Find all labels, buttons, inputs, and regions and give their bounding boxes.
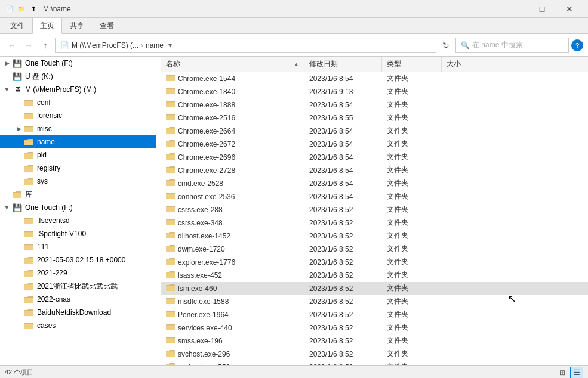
- sidebar-item-cases[interactable]: cases: [0, 319, 156, 332]
- sidebar-item-registry[interactable]: registry: [0, 162, 156, 175]
- table-row[interactable]: smss.exe-1962023/1/6 8:52文件夹: [161, 334, 588, 348]
- sidebar-item-comp2021[interactable]: 2021浙江省比武比武比武: [0, 280, 156, 293]
- table-row[interactable]: Chrome.exe-18882023/1/6 8:54文件夹: [161, 98, 588, 111]
- sidebar-item-memproc-m[interactable]: ▶🖥M (\\MemProcFS) (M:): [0, 83, 156, 96]
- file-cell-size: [442, 177, 501, 190]
- table-row[interactable]: services.exe-4402023/1/6 8:52文件夹: [161, 321, 588, 334]
- minimize-button[interactable]: —: [501, 0, 528, 18]
- path-drive: M (\\MemProcFS) (...: [72, 41, 138, 49]
- sidebar-item-one-touch-f[interactable]: ▶💾One Touch (F:): [0, 57, 156, 70]
- refresh-button[interactable]: ↻: [439, 38, 453, 52]
- file-cell-size: [442, 308, 501, 321]
- svg-rect-88: [166, 312, 175, 317]
- folder-icon: [24, 110, 35, 121]
- file-cell-name: csrss.exe-288: [161, 203, 304, 216]
- col-header-size[interactable]: 大小: [442, 57, 501, 72]
- sidebar-item-fseventsd[interactable]: .fseventsd: [0, 214, 156, 227]
- table-row[interactable]: Chrome.exe-26962023/1/6 8:54文件夹: [161, 151, 588, 164]
- file-name: Chrome.exe-1840: [178, 88, 235, 96]
- tab-home[interactable]: 主页: [32, 18, 62, 34]
- sidebar-item-spotlight[interactable]: .Spotlight-V100: [0, 227, 156, 240]
- sidebar-item-forensic[interactable]: forensic: [0, 109, 156, 122]
- sidebar-item-library[interactable]: 库: [0, 188, 156, 201]
- sidebar-item-baidu[interactable]: BaiduNetdiskDownload: [0, 306, 156, 319]
- search-icon: 🔍: [461, 41, 470, 49]
- table-row[interactable]: csrss.exe-2882023/1/6 8:52文件夹: [161, 203, 588, 216]
- table-row[interactable]: svchost.exe-2962023/1/6 8:52文件夹: [161, 348, 588, 361]
- forward-button[interactable]: →: [21, 38, 36, 52]
- file-name: Poner.exe-1964: [178, 311, 229, 319]
- grid-view-button[interactable]: ⊞: [556, 367, 569, 379]
- sidebar-item-misc[interactable]: ▶misc: [0, 122, 156, 135]
- table-row[interactable]: Poner.exe-19642023/1/6 8:52文件夹: [161, 308, 588, 321]
- file-cell-size: [442, 243, 501, 255]
- sidebar-item-year2022[interactable]: 2022-cnas: [0, 293, 156, 306]
- file-name: lsass.exe-452: [178, 271, 222, 280]
- path-dropdown[interactable]: ▾: [168, 41, 172, 49]
- table-row[interactable]: dwm.exe-17202023/1/6 8:52文件夹: [161, 243, 588, 256]
- col-header-name[interactable]: 名称 ▲: [161, 57, 304, 72]
- table-row[interactable]: cmd.exe-25282023/1/6 8:54文件夹: [161, 177, 588, 190]
- svg-rect-41: [24, 285, 33, 290]
- col-header-type[interactable]: 类型: [382, 57, 442, 72]
- table-row[interactable]: explorer.exe-17762023/1/6 8:52文件夹: [161, 256, 588, 269]
- table-row[interactable]: msdtc.exe-15882023/1/6 8:52文件夹: [161, 295, 588, 308]
- sidebar-item-date2021[interactable]: 2021-05-03 02 15 18 +0000: [0, 253, 156, 267]
- sidebar-item-label: 库: [25, 190, 32, 200]
- table-row[interactable]: conhost.exe-25362023/1/6 8:54文件夹: [161, 190, 588, 203]
- sidebar-item-conf[interactable]: conf: [0, 96, 156, 109]
- tab-file[interactable]: 文件: [2, 18, 32, 33]
- table-row[interactable]: Chrome.exe-27282023/1/6 8:54文件夹: [161, 164, 588, 177]
- folder-icon: [166, 152, 176, 162]
- sidebar-item-name[interactable]: name: [0, 135, 156, 148]
- tab-share[interactable]: 共享: [62, 18, 92, 33]
- maximize-button[interactable]: □: [528, 0, 556, 18]
- title-controls: — □ ✕: [501, 0, 583, 18]
- expand-arrow: [14, 137, 24, 147]
- sidebar-item-sys[interactable]: sys: [0, 175, 156, 188]
- file-name: Chrome.exe-1888: [178, 101, 235, 109]
- file-name: msdtc.exe-1588: [178, 298, 229, 306]
- search-box[interactable]: 🔍 在 name 中搜索: [455, 38, 569, 53]
- file-cell-type: 文件夹: [382, 98, 442, 111]
- help-button[interactable]: ?: [571, 39, 583, 51]
- sidebar-item-year2021[interactable]: 2021-229: [0, 267, 156, 280]
- file-cell-type: 文件夹: [382, 282, 442, 295]
- up-button[interactable]: ↑: [38, 38, 53, 52]
- table-row[interactable]: Chrome.exe-18402023/1/6 9:13文件夹: [161, 85, 588, 98]
- svg-rect-44: [24, 298, 33, 303]
- expand-arrow: [14, 308, 24, 317]
- table-row[interactable]: svchost.exe-5562023/1/6 8:52文件夹: [161, 361, 588, 365]
- file-name: explorer.exe-1776: [178, 258, 235, 267]
- close-button[interactable]: ✕: [556, 0, 583, 18]
- file-cell-name: msdtc.exe-1588: [161, 295, 304, 308]
- sidebar-item-pid[interactable]: pid: [0, 148, 156, 162]
- expand-arrow: ▶: [2, 58, 12, 68]
- file-cell-date: 2023/1/6 8:54: [304, 151, 382, 163]
- sidebar-item-folder111[interactable]: 111: [0, 240, 156, 253]
- sidebar-item-label: 2022-cnas: [37, 295, 70, 303]
- file-name: csrss.exe-288: [178, 206, 223, 214]
- table-row[interactable]: Chrome.exe-26642023/1/6 8:54文件夹: [161, 125, 588, 138]
- sidebar-item-label: forensic: [37, 111, 62, 120]
- tab-view[interactable]: 查看: [92, 18, 122, 33]
- table-row[interactable]: dllhost.exe-14522023/1/6 8:52文件夹: [161, 230, 588, 243]
- table-row[interactable]: Chrome.exe-26722023/1/6 8:54文件夹: [161, 138, 588, 151]
- file-cell-type: 文件夹: [382, 164, 442, 176]
- sidebar-item-u-disk-k[interactable]: 💾U 盘 (K:): [0, 70, 156, 83]
- folder-icon: [24, 268, 35, 278]
- table-row[interactable]: lsass.exe-4522023/1/6 8:52文件夹: [161, 269, 588, 282]
- address-path[interactable]: 📄 M (\\MemProcFS) (... › name ▾: [55, 38, 436, 53]
- table-row[interactable]: Chrome.exe-15442023/1/6 8:54文件夹: [161, 72, 588, 85]
- expand-arrow: [14, 163, 24, 173]
- col-header-date[interactable]: 修改日期: [304, 57, 382, 72]
- table-row[interactable]: Chrome.exe-25162023/1/6 8:55文件夹: [161, 111, 588, 125]
- back-button[interactable]: ←: [5, 38, 19, 52]
- table-row[interactable]: lsm.exe-4602023/1/6 8:52文件夹: [161, 282, 588, 295]
- table-row[interactable]: csrss.exe-3482023/1/6 8:52文件夹: [161, 216, 588, 230]
- sidebar-item-one-touch-f2[interactable]: ▶💾One Touch (F:): [0, 201, 156, 214]
- folder-icon: [166, 86, 176, 97]
- svg-rect-90: [166, 326, 175, 330]
- file-cell-name: csrss.exe-348: [161, 216, 304, 229]
- list-view-button[interactable]: ☰: [570, 367, 583, 379]
